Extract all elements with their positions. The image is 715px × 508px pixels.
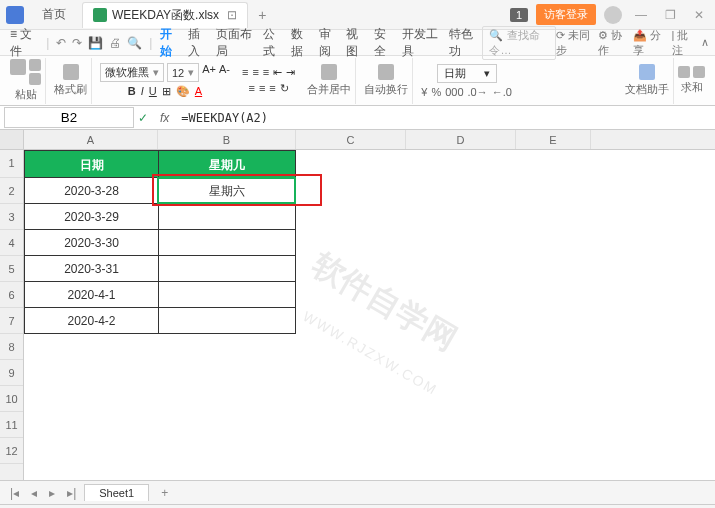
coop-button[interactable]: ⚙ 协作 [598,28,625,58]
name-box-input[interactable] [4,107,134,128]
row-header[interactable]: 2 [0,178,23,204]
ribbon-doc-helper-group[interactable]: 文档助手 [621,58,674,104]
window-close-button[interactable]: ✕ [689,8,709,22]
percent-icon[interactable]: % [431,86,441,98]
collapse-ribbon-icon[interactable]: ∧ [701,36,709,49]
row-header[interactable]: 7 [0,308,23,334]
window-restore-button[interactable]: ❐ [660,8,681,22]
cell[interactable]: 2020-4-1 [24,282,158,308]
save-icon[interactable]: 💾 [88,36,103,50]
menu-file[interactable]: ≡ 文件 [6,26,42,60]
menu-start[interactable]: 开始 [156,26,184,60]
menu-data[interactable]: 数据 [287,26,315,60]
cells-area[interactable]: 日期 星期几 2020-3-28星期六 2020-3-29 2020-3-30 … [24,150,715,334]
batch-button[interactable]: | 批注 [672,28,694,58]
cell[interactable]: 2020-3-31 [24,256,158,282]
merge-icon[interactable] [321,64,337,80]
cell[interactable] [158,230,296,256]
currency-icon[interactable]: ¥ [421,86,427,98]
cell[interactable]: 2020-3-29 [24,204,158,230]
row-header[interactable]: 5 [0,256,23,282]
fill-color-icon[interactable]: 🎨 [176,85,190,98]
comma-icon[interactable]: 000 [445,86,463,98]
select-all-corner[interactable] [0,130,23,150]
menu-dev[interactable]: 开发工具 [398,26,445,60]
align-center-icon[interactable]: ≡ [259,82,265,95]
formula-input[interactable]: =WEEKDAY(A2) [177,109,715,127]
avatar-icon[interactable] [604,6,622,24]
menu-formula[interactable]: 公式 [259,26,287,60]
font-size-select[interactable]: 12▾ [167,63,199,82]
formula-accept-icon[interactable]: ✓ [138,111,148,125]
cell[interactable]: 2020-3-28 [24,178,158,204]
preview-icon[interactable]: 🔍 [127,36,142,50]
undo-icon[interactable]: ↶ [56,36,66,50]
cell[interactable] [158,204,296,230]
font-name-select[interactable]: 微软雅黑▾ [100,63,164,82]
command-search-input[interactable]: 🔍 查找命令… [482,26,555,60]
guest-login-button[interactable]: 访客登录 [536,4,596,25]
menu-review[interactable]: 审阅 [315,26,343,60]
cell[interactable] [158,282,296,308]
column-header[interactable]: A [24,130,158,149]
format-painter-icon[interactable] [63,64,79,80]
sheet-nav-next-icon[interactable]: ▸ [45,486,59,500]
align-top-icon[interactable]: ≡ [242,66,248,79]
row-header[interactable]: 9 [0,360,23,386]
window-minimize-button[interactable]: — [630,8,652,22]
align-left-icon[interactable]: ≡ [249,82,255,95]
sheet-add-button[interactable]: + [153,486,176,500]
cell[interactable]: 2020-3-30 [24,230,158,256]
bold-icon[interactable]: B [128,85,136,98]
sheet-nav-prev-icon[interactable]: ◂ [27,486,41,500]
menu-view[interactable]: 视图 [342,26,370,60]
row-header[interactable]: 11 [0,412,23,438]
tab-menu-icon[interactable]: ⊡ [227,8,237,22]
notification-badge[interactable]: 1 [510,8,528,22]
menu-security[interactable]: 安全 [370,26,398,60]
row-header[interactable]: 12 [0,438,23,464]
row-header[interactable]: 6 [0,282,23,308]
table-header-cell[interactable]: 星期几 [158,150,296,178]
align-bottom-icon[interactable]: ≡ [263,66,269,79]
row-header[interactable]: 10 [0,386,23,412]
redo-icon[interactable]: ↷ [72,36,82,50]
wrap-icon[interactable] [378,64,394,80]
indent-decrease-icon[interactable]: ⇤ [273,66,282,79]
font-increase-icon[interactable]: A+ [202,63,216,82]
column-header[interactable]: E [516,130,591,149]
menu-special[interactable]: 特色功 [445,26,483,60]
row-header[interactable]: 3 [0,204,23,230]
share-button[interactable]: 📤 分享 [633,28,663,58]
sheet-nav-last-icon[interactable]: ▸| [63,486,80,500]
print-icon[interactable]: 🖨 [109,36,121,50]
cut-icon[interactable] [29,59,41,71]
column-header[interactable]: D [406,130,516,149]
column-header[interactable]: C [296,130,406,149]
row-header[interactable]: 1 [0,150,23,178]
cell[interactable] [158,256,296,282]
indent-increase-icon[interactable]: ⇥ [286,66,295,79]
sheet-nav-first-icon[interactable]: |◂ [6,486,23,500]
sheet-tab-active[interactable]: Sheet1 [84,484,149,501]
table-header-cell[interactable]: 日期 [24,150,158,178]
number-format-select[interactable]: 日期▾ [437,64,497,83]
sync-status[interactable]: ⟳ 未同步 [556,28,591,58]
row-header[interactable]: 4 [0,230,23,256]
align-right-icon[interactable]: ≡ [269,82,275,95]
tab-home[interactable]: 首页 [30,2,78,27]
underline-icon[interactable]: U [149,85,157,98]
menu-layout[interactable]: 页面布局 [212,26,259,60]
menu-insert[interactable]: 插入 [184,26,212,60]
row-header[interactable]: 8 [0,334,23,360]
copy-icon[interactable] [29,73,41,85]
cell[interactable]: 2020-4-2 [24,308,158,334]
font-color-icon[interactable]: A [195,85,202,98]
cell[interactable]: 星期六 [158,178,296,204]
paste-icon[interactable] [10,59,26,75]
ribbon-sum-group[interactable]: 求和 [674,58,709,104]
column-header[interactable]: B [158,130,296,149]
orientation-icon[interactable]: ↻ [280,82,289,95]
tab-add-button[interactable]: + [258,7,266,23]
decimal-dec-icon[interactable]: ←.0 [492,86,512,98]
